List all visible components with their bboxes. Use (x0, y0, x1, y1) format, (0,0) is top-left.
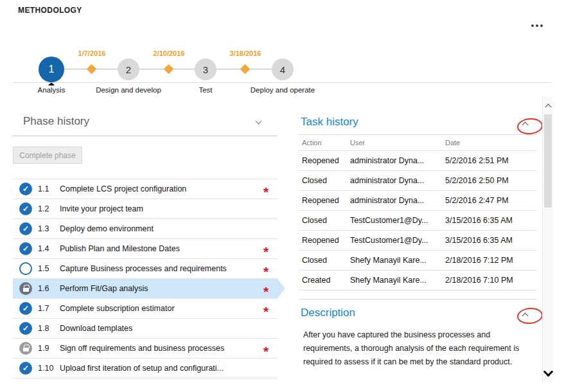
phase-number: 4 (280, 64, 285, 75)
required-asterisk-icon (260, 279, 272, 299)
task-history-title: Task history (301, 116, 358, 129)
task-number: 1.9 (38, 344, 60, 353)
phase-timeline: 1/7/2016 2/10/2016 3/18/2016 1 2 3 4 Ana… (0, 23, 564, 82)
history-action: Closed (299, 216, 350, 225)
description-text: After you have captured the business pro… (303, 328, 533, 369)
task-status-icon[interactable] (19, 342, 32, 355)
description-header: Description (299, 305, 536, 326)
page-title: METHODOLOGY (18, 6, 82, 15)
task-detail-panel: Task history Action User Date Reopened a… (299, 114, 536, 369)
task-title: Sign off requirements and business proce… (60, 344, 260, 353)
history-table-body: Reopened administrator Dyna... 5/2/2016 … (299, 151, 536, 290)
vertical-scrollbar[interactable] (542, 96, 553, 382)
task-status-icon[interactable] (19, 202, 32, 215)
milestone-date-2: 2/10/2016 (140, 49, 198, 57)
divider (13, 82, 551, 83)
task-row[interactable]: 1.1 Complete LCS project configuration (13, 179, 278, 199)
task-number: 1.5 (38, 264, 60, 273)
column-date: Date (445, 139, 536, 147)
phase-number: 2 (126, 64, 131, 75)
history-user: TestCustomer1@Dy... (350, 236, 445, 245)
history-user: TestCustomer1@Dy... (350, 216, 445, 225)
history-date: 3/15/2016 6:35 AM (445, 216, 536, 225)
history-action: Reopened (299, 236, 350, 245)
task-number: 1.7 (38, 304, 60, 313)
task-row[interactable]: 1.7 Complete subscription estimator (13, 299, 278, 319)
phase-number: 1 (49, 64, 55, 75)
history-date: 5/2/2016 2:51 PM (445, 156, 536, 165)
task-history-header: Task history (299, 114, 536, 135)
history-user: administrator Dyna... (350, 176, 445, 185)
history-action: Closed (299, 256, 350, 265)
task-status-icon[interactable] (19, 262, 32, 275)
phase-history-dropdown[interactable]: Phase history (13, 108, 278, 136)
history-date: 5/2/2016 2:50 PM (445, 176, 536, 185)
task-status-icon[interactable] (19, 362, 32, 375)
milestone-diamond-icon (164, 64, 174, 75)
history-user: Shefy Manayil Kare... (350, 276, 445, 285)
task-number: 1.10 (38, 364, 60, 373)
task-row[interactable]: 1.3 Deploy demo environment (13, 219, 278, 239)
milestone-diamond-icon (240, 64, 251, 75)
phase-label-deploy: Deploy and operate (238, 86, 328, 94)
chevron-down-icon (543, 367, 553, 377)
required-asterisk-icon (260, 179, 272, 199)
required-asterisk-icon (260, 259, 272, 279)
task-row[interactable]: 1.4 Publish Plan and Milestone Dates (13, 239, 278, 259)
task-status-icon[interactable] (19, 183, 32, 195)
chevron-down-icon (256, 118, 262, 125)
task-number: 1.8 (38, 324, 60, 333)
task-title: Publish Plan and Milestone Dates (60, 244, 260, 253)
task-row[interactable]: 1.10 Upload first iteration of setup and… (13, 359, 278, 379)
history-row: Closed administrator Dyna... 5/2/2016 2:… (299, 171, 536, 191)
task-row[interactable]: 1.8 Download templates (13, 319, 278, 339)
task-title: Upload first iteration of setup and conf… (60, 364, 260, 373)
phase-label-analysis: Analysis (6, 86, 96, 94)
scroll-up-button[interactable] (543, 100, 553, 111)
history-date: 3/15/2016 6:35 AM (445, 236, 536, 245)
milestone-date-1: 1/7/2016 (63, 49, 121, 57)
history-action: Created (299, 276, 350, 285)
divider (299, 299, 536, 299)
scroll-down-button[interactable] (543, 368, 553, 379)
phase-history-label: Phase history (23, 115, 89, 128)
column-user: User (350, 139, 445, 147)
task-row[interactable]: 1.2 Invite your project team (13, 199, 278, 219)
milestone-date-3: 3/18/2016 (216, 49, 274, 57)
phase-step-3[interactable]: 3 (195, 58, 216, 80)
phase-panel: Phase history Complete phase 1.1 Complet… (13, 108, 278, 379)
chevron-up-icon (545, 104, 551, 111)
phase-step-1[interactable]: 1 (39, 57, 64, 82)
history-action: Reopened (299, 156, 350, 165)
task-row[interactable]: 1.6 Perform Fit/Gap analysis (13, 279, 278, 299)
task-number: 1.6 (38, 284, 60, 293)
task-title: Capture Business processes and requireme… (60, 264, 260, 273)
history-date: 5/2/2016 2:47 PM (445, 196, 536, 205)
task-row[interactable]: 1.5 Capture Business processes and requi… (13, 259, 278, 279)
required-asterisk-icon (260, 339, 272, 359)
task-status-icon[interactable] (19, 302, 32, 315)
task-row[interactable]: 1.9 Sign off requirements and business p… (13, 339, 278, 359)
scrollbar-thumb[interactable] (544, 114, 552, 208)
history-date: 2/18/2016 7:10 PM (445, 276, 536, 285)
complete-phase-button[interactable]: Complete phase (13, 147, 82, 164)
phase-label-test: Test (161, 86, 251, 94)
history-row: Reopened administrator Dyna... 5/2/2016 … (299, 151, 536, 171)
task-title: Perform Fit/Gap analysis (60, 284, 260, 293)
history-user: Shefy Manayil Kare... (350, 256, 445, 265)
phase-step-2[interactable]: 2 (118, 58, 139, 80)
phase-number: 3 (203, 64, 208, 75)
task-status-icon[interactable] (19, 222, 32, 235)
task-title: Invite your project team (60, 204, 260, 213)
milestone-diamond-icon (87, 64, 97, 75)
history-row: Created Shefy Manayil Kare... 2/18/2016 … (299, 271, 536, 290)
task-status-icon[interactable] (19, 282, 32, 295)
task-status-icon[interactable] (19, 322, 32, 335)
task-title: Complete LCS project configuration (60, 184, 260, 193)
task-number: 1.3 (38, 224, 60, 233)
history-action: Reopened (299, 196, 350, 205)
task-title: Deploy demo environment (60, 224, 260, 233)
task-status-icon[interactable] (19, 242, 32, 255)
description-title: Description (301, 307, 355, 319)
phase-step-4[interactable]: 4 (272, 58, 294, 80)
